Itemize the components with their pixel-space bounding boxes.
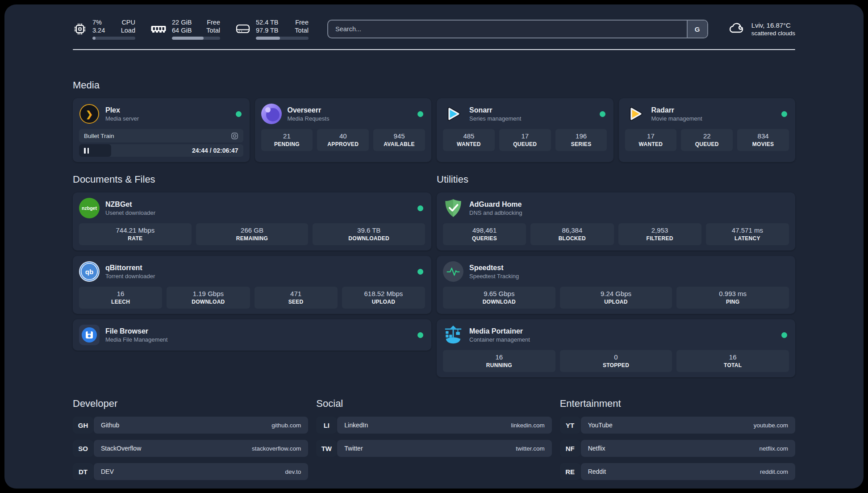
bookmark-linkedin[interactable]: LI LinkedIn linkedin.com <box>316 417 551 434</box>
status-dot <box>600 111 605 117</box>
stat-tile: 39.6 TB DOWNLOADED <box>313 223 425 245</box>
disk-values: 52.4 TB 97.9 TB <box>256 18 279 34</box>
ram-stat: 22 GiB 64 GiB Free Total <box>150 18 220 40</box>
disk-icon <box>235 23 250 35</box>
app-card-qbittorrent[interactable]: qb qBittorrent Torrent downloader 16 LEE… <box>73 256 431 314</box>
app-name: AdGuard Home <box>469 200 522 209</box>
bookmark-dev[interactable]: DT DEV dev.to <box>73 463 308 480</box>
app-name: Radarr <box>651 106 702 114</box>
bookmark-url: dev.to <box>285 468 301 475</box>
app-subtitle: Movie management <box>651 115 702 122</box>
stat-tile: 0.993 ms PING <box>676 287 789 309</box>
ram-progressbar <box>172 37 220 40</box>
bookmark-url: twitter.com <box>516 445 545 452</box>
radarr-icon <box>625 104 646 124</box>
section-title-entertainment: Entertainment <box>560 398 795 409</box>
status-dot <box>417 205 423 211</box>
header-divider <box>73 49 795 50</box>
bookmark-stackoverflow[interactable]: SO StackOverflow stackoverflow.com <box>73 440 308 457</box>
stat-tile: 21 PENDING <box>261 129 313 151</box>
cpu-labels: CPU Load <box>121 18 135 34</box>
bookmark-abbr: YT <box>560 417 580 434</box>
speedtest-icon <box>443 261 463 282</box>
app-card-speedtest[interactable]: Speedtest Speedtest Tracking 9.65 Gbps D… <box>437 256 795 314</box>
weather-condition: scattered clouds <box>751 30 795 37</box>
bookmark-reddit[interactable]: RE Reddit reddit.com <box>560 463 795 480</box>
app-name: Sonarr <box>469 106 521 114</box>
app-name: qBittorrent <box>105 263 155 272</box>
ram-values: 22 GiB 64 GiB <box>172 18 192 34</box>
bookmark-youtube[interactable]: YT YouTube youtube.com <box>560 417 795 434</box>
now-playing-row: Bullet Train <box>79 129 243 142</box>
stat-tile: 40 APPROVED <box>317 129 369 151</box>
bookmark-group-social: Social LI LinkedIn linkedin.com TW Twitt… <box>316 398 551 480</box>
bookmark-abbr: TW <box>316 440 337 457</box>
stat-tile: 16 LEECH <box>79 287 162 309</box>
qbittorrent-icon: qb <box>79 261 100 282</box>
bookmark-url: youtube.com <box>754 422 788 429</box>
search-engine-button[interactable]: G <box>687 21 707 38</box>
app-subtitle: Container management <box>469 336 530 343</box>
media-grid: ❯ Plex Media server Bullet Train <box>73 98 795 162</box>
stat-tile: 498,461 QUERIES <box>443 223 526 245</box>
utilities-column: Utilities <box>437 174 795 377</box>
stat-tile: 17 WANTED <box>625 129 677 151</box>
pause-icon[interactable] <box>84 148 89 154</box>
stat-tile: 9.24 Gbps UPLOAD <box>560 287 672 309</box>
app-card-adguard[interactable]: AdGuard Home DNS and adblocking 498,461 … <box>437 192 795 251</box>
app-card-overseerr[interactable]: Overseerr Media Requests 21 PENDING 40 A… <box>255 98 432 162</box>
bookmark-group-developer: Developer GH Github github.com SO StackO… <box>73 398 308 480</box>
weather-widget: Lviv, 16.87°C scattered clouds <box>728 21 795 37</box>
bookmark-url: stackoverflow.com <box>252 445 301 452</box>
app-name: File Browser <box>105 327 167 335</box>
bookmark-abbr: SO <box>73 440 93 457</box>
app-card-portainer[interactable]: Media Portainer Container management 16 … <box>437 319 795 377</box>
app-name: Speedtest <box>469 263 519 272</box>
bookmark-twitter[interactable]: TW Twitter twitter.com <box>316 440 551 457</box>
app-card-sonarr[interactable]: Sonarr Series management 485 WANTED 17 Q… <box>437 98 613 162</box>
app-card-nzbget[interactable]: nzbget NZBGet Usenet downloader 744.21 M… <box>73 192 431 251</box>
app-card-plex[interactable]: ❯ Plex Media server Bullet Train <box>73 98 250 162</box>
cpu-icon <box>73 22 87 36</box>
stat-tile: 1.19 Gbps DOWNLOAD <box>167 287 250 309</box>
bookmark-group-entertainment: Entertainment YT YouTube youtube.com NF … <box>560 398 795 480</box>
app-card-radarr[interactable]: Radarr Movie management 17 WANTED 22 QUE… <box>619 98 796 162</box>
app-name: Plex <box>105 106 139 114</box>
stat-tile: 834 MOVIES <box>737 129 789 151</box>
ram-icon <box>150 23 167 35</box>
nzbget-icon: nzbget <box>79 198 100 218</box>
portainer-icon <box>443 325 463 345</box>
playback-time: 24:44 / 02:06:47 <box>192 147 238 154</box>
section-title-social: Social <box>316 398 551 409</box>
ram-labels: Free Total <box>206 18 220 34</box>
bookmark-name: YouTube <box>588 422 613 429</box>
section-title-documents: Documents & Files <box>73 174 431 185</box>
bookmark-abbr: DT <box>73 463 93 480</box>
disk-stat: 52.4 TB 97.9 TB Free Total <box>235 18 309 40</box>
documents-column: Documents & Files nzbget NZBGet Usenet d… <box>73 174 431 377</box>
app-name: Media Portainer <box>469 327 530 335</box>
app-subtitle: DNS and adblocking <box>469 209 522 216</box>
bookmark-github[interactable]: GH Github github.com <box>73 417 308 434</box>
cpu-stat: 7% 3.24 CPU Load <box>73 18 135 40</box>
app-subtitle: Series management <box>469 115 521 122</box>
sonarr-icon <box>443 104 463 124</box>
cpu-progressbar <box>92 37 135 40</box>
status-dot <box>781 332 787 338</box>
bookmark-netflix[interactable]: NF Netflix netflix.com <box>560 440 795 457</box>
bookmark-name: Twitter <box>344 445 363 452</box>
stat-tile: 47.571 ms LATENCY <box>706 223 789 245</box>
bookmark-abbr: NF <box>560 440 580 457</box>
cloud-icon <box>728 21 746 37</box>
bookmark-name: Reddit <box>588 468 606 475</box>
video-camera-icon <box>231 132 238 140</box>
status-dot <box>417 332 423 338</box>
weather-location-temp: Lviv, 16.87°C <box>751 21 795 29</box>
stat-tile: 945 AVAILABLE <box>373 129 425 151</box>
stat-tile: 17 QUEUED <box>499 129 551 151</box>
stat-tile: 266 GB REMAINING <box>196 223 309 245</box>
search-input[interactable] <box>328 21 687 38</box>
stat-tile: 2,953 FILTERED <box>618 223 701 245</box>
search-bar: G <box>327 20 708 38</box>
app-card-filebrowser[interactable]: File Browser Media File Management <box>73 319 431 351</box>
